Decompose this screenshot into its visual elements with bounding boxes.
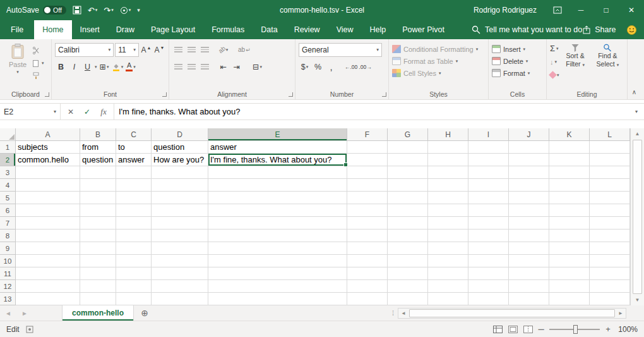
cell-E6[interactable] (208, 204, 347, 217)
cell-J12[interactable] (509, 280, 549, 293)
cell-A9[interactable] (16, 242, 80, 255)
save-icon[interactable] (73, 6, 81, 15)
row-header-8[interactable]: 8 (0, 230, 16, 242)
cell-H3[interactable] (428, 166, 468, 179)
insert-function-icon[interactable]: fx (96, 105, 111, 119)
cell-K12[interactable] (549, 280, 590, 293)
redo-icon[interactable]: ↷▾ (104, 6, 113, 15)
row-header-2[interactable]: 2 (0, 154, 16, 166)
top-align-button[interactable] (172, 43, 184, 56)
cell-C7[interactable] (116, 217, 152, 230)
cell-D5[interactable] (152, 192, 208, 204)
percent-style-button[interactable]: % (312, 60, 324, 73)
cell-I7[interactable] (468, 217, 509, 230)
feedback-smiley-icon[interactable] (626, 20, 637, 39)
row-header-11[interactable]: 11 (0, 267, 16, 280)
cell-L10[interactable] (590, 255, 630, 267)
sheet-nav-right-icon[interactable]: ► (16, 305, 33, 321)
cell-L13[interactable] (590, 293, 630, 305)
cell-H11[interactable] (428, 267, 468, 280)
font-size-combo[interactable]: 11▾ (115, 43, 139, 57)
cell-D3[interactable] (152, 166, 208, 179)
cell-C11[interactable] (116, 267, 152, 280)
page-layout-view-button[interactable] (505, 322, 520, 336)
cut-button[interactable] (32, 45, 44, 56)
macro-record-icon[interactable] (26, 326, 33, 333)
tab-formulas[interactable]: Formulas (203, 20, 253, 39)
cell-E5[interactable] (208, 192, 347, 204)
undo-icon[interactable]: ↶▾ (88, 6, 97, 15)
zoom-slider[interactable] (549, 329, 600, 330)
cell-H2[interactable] (428, 154, 468, 166)
normal-view-button[interactable] (490, 322, 505, 336)
select-all-corner[interactable] (0, 128, 16, 141)
cell-I9[interactable] (468, 242, 509, 255)
formula-input[interactable]: I'm fine, thanks. What about you? (114, 104, 629, 119)
decrease-decimal-button[interactable]: .00→ (359, 60, 371, 73)
cell-L5[interactable] (590, 192, 630, 204)
cell-I12[interactable] (468, 280, 509, 293)
cell-H9[interactable] (428, 242, 468, 255)
cell-H5[interactable] (428, 192, 468, 204)
cell-F4[interactable] (347, 179, 388, 192)
cell-L12[interactable] (590, 280, 630, 293)
cell-D8[interactable] (152, 230, 208, 242)
cell-A2[interactable]: common.hello (16, 154, 80, 166)
autosum-button[interactable]: Σ▾ (550, 43, 559, 54)
cell-H1[interactable] (428, 141, 468, 154)
cell-K2[interactable] (549, 154, 590, 166)
row-header-4[interactable]: 4 (0, 179, 16, 192)
cell-C6[interactable] (116, 204, 152, 217)
cell-I4[interactable] (468, 179, 509, 192)
orientation-button[interactable]: ab▾ (217, 43, 229, 56)
column-header-D[interactable]: D (152, 128, 208, 141)
cell-G8[interactable] (388, 230, 428, 242)
page-break-view-button[interactable] (520, 322, 535, 336)
cell-A12[interactable] (16, 280, 80, 293)
cell-B3[interactable] (80, 166, 116, 179)
row-header-5[interactable]: 5 (0, 192, 16, 204)
cell-G7[interactable] (388, 217, 428, 230)
cell-F3[interactable] (347, 166, 388, 179)
cell-J11[interactable] (509, 267, 549, 280)
increase-decimal-button[interactable]: ←.00 (345, 60, 357, 73)
cell-K11[interactable] (549, 267, 590, 280)
merge-center-button[interactable]: ⊟▾ (251, 60, 263, 73)
row-header-1[interactable]: 1 (0, 141, 16, 154)
cell-J9[interactable] (509, 242, 549, 255)
bold-button[interactable]: B (55, 60, 67, 73)
cell-E12[interactable] (208, 280, 347, 293)
cell-G6[interactable] (388, 204, 428, 217)
tab-page-layout[interactable]: Page Layout (143, 20, 203, 39)
borders-button[interactable]: ⊞▾ (98, 60, 110, 73)
collapse-ribbon-icon[interactable]: ∧ (628, 39, 644, 99)
comma-style-button[interactable]: , (325, 60, 337, 73)
cell-A10[interactable] (16, 255, 80, 267)
cell-H7[interactable] (428, 217, 468, 230)
column-header-B[interactable]: B (80, 128, 116, 141)
decrease-indent-button[interactable]: ⇤ (217, 60, 229, 73)
cell-E10[interactable] (208, 255, 347, 267)
cell-A1[interactable]: subjects (16, 141, 80, 154)
cell-F2[interactable] (347, 154, 388, 166)
cell-J13[interactable] (509, 293, 549, 305)
cell-H13[interactable] (428, 293, 468, 305)
cell-B1[interactable]: from (80, 141, 116, 154)
row-header-9[interactable]: 9 (0, 242, 16, 255)
cell-G11[interactable] (388, 267, 428, 280)
cell-D7[interactable] (152, 217, 208, 230)
autosave-toggle[interactable]: AutoSave Off (6, 6, 66, 15)
cell-J8[interactable] (509, 230, 549, 242)
zoom-level[interactable]: 100% (614, 325, 638, 334)
cell-L7[interactable] (590, 217, 630, 230)
zoom-out-button[interactable]: ─ (535, 324, 547, 334)
scroll-left-icon[interactable]: ◄ (398, 310, 408, 316)
number-dialog-launcher-icon[interactable] (382, 92, 386, 97)
cell-L6[interactable] (590, 204, 630, 217)
cell-L9[interactable] (590, 242, 630, 255)
cell-F10[interactable] (347, 255, 388, 267)
cell-J1[interactable] (509, 141, 549, 154)
cell-D2[interactable]: How are you? (152, 154, 208, 166)
cell-A7[interactable] (16, 217, 80, 230)
cell-F13[interactable] (347, 293, 388, 305)
